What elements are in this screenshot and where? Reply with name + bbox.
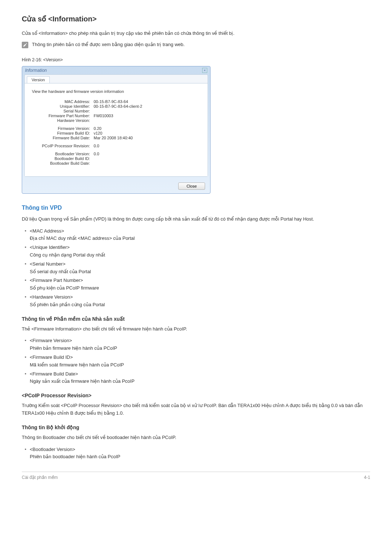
- list-item: <Firmware Build ID>Mã kiểm soát firmware…: [22, 354, 370, 369]
- section-firmware-desc: Thẻ <Firmware Information> cho biết chi …: [22, 325, 370, 333]
- figure-caption: Hı̀nh 2-16: <Version>: [22, 57, 370, 62]
- list-item: <Serial Number>Số serial duy nhất của Po…: [22, 260, 370, 276]
- boot-list: <Bootloader Version>Phiên bản bootloader…: [22, 446, 370, 461]
- list-item-desc: Phiên bản firmware hiện hành của PCoIP: [30, 345, 370, 352]
- list-item-desc: Phiên bản bootloader hiện hành của PcoIP: [30, 453, 370, 461]
- kv-value: v120: [94, 131, 102, 135]
- note-text: Thông tin phiên bản có thể được xem bằng…: [32, 42, 185, 47]
- note-icon: [22, 42, 28, 48]
- kv-value: FW010003: [94, 114, 113, 118]
- section-vpd-heading: Thông tin VPD: [22, 205, 370, 211]
- footer-right: 4-1: [364, 475, 370, 480]
- list-item-desc: Mã kiểm soát firmware hiện hành của PCoI…: [30, 361, 370, 369]
- firmware-list: <Firmware Version>Phiên bản firmware hiệ…: [22, 337, 370, 385]
- dialog-group-bootloader: Bootloader Version:0.0 Bootloader Build …: [32, 152, 200, 165]
- kv-label: PCoIP Processor Revision:: [32, 144, 94, 148]
- list-item: <Firmware Version>Phiên bản firmware hiệ…: [22, 337, 370, 352]
- kv-value: 0.0: [94, 152, 99, 156]
- list-item-term: <MAC Address>: [30, 227, 370, 235]
- close-icon[interactable]: ×: [202, 68, 207, 73]
- list-item-term: <Bootloader Version>: [30, 446, 370, 454]
- close-button[interactable]: Close: [178, 182, 205, 190]
- kv-label: Hardware Version:: [32, 118, 94, 123]
- list-item: <Bootloader Version>Phiên bản bootloader…: [22, 446, 370, 461]
- list-item-desc: Số phụ kiện của PCoIP firmware: [30, 284, 370, 292]
- kv-label: MAC Address:: [32, 99, 94, 104]
- kv-label: Bootloader Version:: [32, 152, 94, 156]
- list-item: <Firmware Part Number>Số phụ kiện của PC…: [22, 277, 370, 292]
- kv-value: 0.20: [94, 126, 101, 131]
- list-item-term: <Firmware Build Date>: [30, 370, 370, 378]
- list-item-term: <Serial Number>: [30, 260, 370, 268]
- list-item-desc: Số serial duy nhất của Portal: [30, 268, 370, 276]
- kv-value: Mar 20 2008 18:40:40: [94, 136, 133, 140]
- section-boot-desc: Thông tin Bootloader cho biết chi tiết v…: [22, 434, 370, 442]
- kv-label: Bootloader Build Date:: [32, 161, 94, 165]
- tab-version[interactable]: Version: [27, 76, 50, 83]
- list-item-desc: Công cụ nhận dạng Portal duy nhất: [30, 251, 370, 259]
- list-item-term: <Unique Identifier>: [30, 244, 370, 251]
- list-item-term: <Hardware Version>: [30, 294, 370, 301]
- information-dialog: Information × Version View the hardware …: [22, 66, 211, 194]
- list-item-term: <Firmware Part Number>: [30, 277, 370, 284]
- list-item: <Firmware Build Date>Ngày sản xuất của f…: [22, 370, 370, 386]
- kv-label: Bootloader Build ID:: [32, 156, 94, 161]
- list-item-desc: Địa chỉ MAC duy nhất <MAC address> của P…: [30, 235, 370, 242]
- kv-value: 00-15-B7-9C-83-64-client-2: [94, 104, 142, 108]
- list-item-term: <Firmware Build ID>: [30, 354, 370, 361]
- list-item-desc: Số phiên bản phần cứng của Portal: [30, 301, 370, 309]
- page-title: Cửa sổ <Information>: [22, 15, 370, 23]
- list-item: <MAC Address>Địa chỉ MAC duy nhất <MAC a…: [22, 227, 370, 243]
- dialog-group-firmware: Firmware Version:0.20 Firmware Build ID:…: [32, 126, 200, 140]
- section-boot-heading: Thông tin Bộ khởi động: [22, 424, 370, 430]
- list-item-desc: Ngày sản xuất của firmware hiện hành của…: [30, 378, 370, 385]
- vpd-list: <MAC Address>Địa chỉ MAC duy nhất <MAC a…: [22, 227, 370, 309]
- kv-label: Firmware Version:: [32, 126, 94, 131]
- section-firmware-heading: Thông tin về Phần mềm của Nhà sản xuất: [22, 316, 370, 322]
- section-vpd-desc: Dữ liệu Quan trọng về Sản phẩm (VPD) là …: [22, 216, 370, 223]
- kv-label: Unique Identifier:: [32, 104, 94, 108]
- kv-value: 00-15-B7-9C-83-64: [94, 99, 128, 104]
- dialog-title: Information: [25, 68, 47, 73]
- list-item-term: <Firmware Version>: [30, 337, 370, 345]
- kv-label: Firmware Build ID:: [32, 131, 94, 135]
- section-processor-heading: <PCoIP Processor Revision>: [22, 393, 370, 398]
- kv-label: Firmware Part Number:: [32, 114, 94, 118]
- footer-left: Cài đặt phần mềm: [22, 475, 58, 480]
- section-processor-desc: Trường Kiểm soát <PCoIP Processor Revisi…: [22, 402, 370, 417]
- list-item: <Unique Identifier>Công cụ nhận dạng Por…: [22, 244, 370, 259]
- kv-label: Serial Number:: [32, 109, 94, 113]
- kv-value: 0.0: [94, 144, 99, 148]
- intro-text: Cửa sổ <Information> cho phép nhà quản t…: [22, 30, 370, 37]
- kv-label: Firmware Build Date:: [32, 136, 94, 140]
- dialog-intro: View the hardware and firmware version i…: [32, 89, 200, 94]
- dialog-group-processor: PCoIP Processor Revision:0.0: [32, 144, 200, 148]
- dialog-group-vpd: MAC Address:00-15-B7-9C-83-64 Unique Ide…: [32, 99, 200, 123]
- list-item: <Hardware Version>Số phiên bản phần cứng…: [22, 294, 370, 309]
